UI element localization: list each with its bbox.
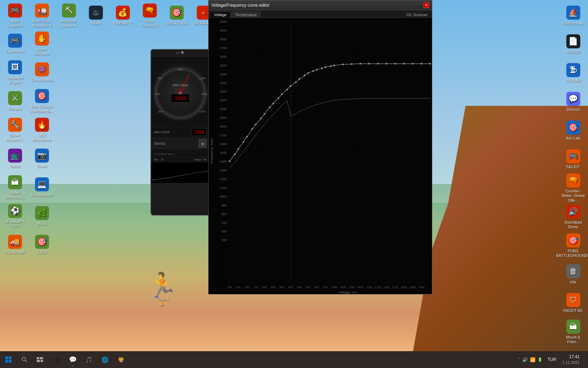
oc-scanner-button[interactable]: OC Scanner (404, 12, 430, 18)
svg-text:1100: 1100 (220, 186, 227, 190)
icon-soundpad[interactable]: 🔊 Soundpad Demo (560, 203, 586, 231)
svg-text:750: 750 (157, 77, 162, 80)
svg-text:900: 900 (297, 286, 302, 289)
tray-speaker[interactable]: 🔊 (522, 357, 528, 362)
svg-text:1800: 1800 (220, 125, 227, 128)
icon-330x192[interactable]: 📄 330x192 (560, 30, 586, 59)
svg-text:500: 500 (222, 238, 227, 242)
gang-beasts-icon: 👾 (35, 62, 49, 76)
icon-pubg[interactable]: 🎯 PUBG BATTLEGROUNDS (560, 232, 586, 260)
right-icons-col: ⛵ Blazing Sails 📄 330x192 🗜 WinRAR 💬 Dis… (560, 2, 586, 346)
svg-rect-170 (41, 360, 43, 362)
tom-clancy-icon: 🎯 (35, 89, 49, 103)
icon-tf2[interactable]: 🔫 Team Fortress 2 (136, 2, 163, 30)
svg-text:1400: 1400 (220, 160, 227, 163)
svg-rect-136 (278, 97, 279, 99)
icon-faceit-ac[interactable]: 🛡 FACEIT AC (560, 289, 586, 317)
start-button[interactable] (0, 351, 17, 368)
icon-apex[interactable]: 🎮 Apex Legends (2, 2, 28, 30)
icon-esea2[interactable]: 🎯 ESEA (29, 231, 55, 259)
driver-booster-icon: 🔧 (8, 118, 22, 132)
svg-text:1200: 1200 (220, 177, 227, 181)
tab-voltage[interactable]: Voltage (210, 12, 231, 18)
icon-msi-afterburner[interactable]: 🔥 MSI Afterburner (29, 116, 55, 144)
icon-efootball[interactable]: ⚽ eFootball™ 2022 (2, 202, 28, 230)
terraria-icon: ⚔ (8, 91, 22, 105)
icon-steam[interactable]: ♨ Steam (83, 2, 109, 30)
icon-wallpaper-engine[interactable]: 🖼 Wallpaper Engine (2, 59, 28, 87)
icon-driver-booster[interactable]: 🔧 Driver Booster f... (2, 116, 28, 144)
tray-battery[interactable]: 🔋 (538, 357, 542, 362)
taskbar-brave[interactable]: 🦁 (113, 352, 129, 367)
icon-minecraft[interactable]: ⛏ Minecraft Launcher (56, 2, 82, 30)
svg-text:1700: 1700 (220, 134, 227, 137)
taskbar-chrome[interactable]: 🌐 (97, 352, 113, 367)
show-desktop-button[interactable] (584, 353, 585, 367)
icon-esea[interactable]: 🎯 ESEA Client (163, 2, 190, 30)
tab-temperature[interactable]: Temperature (231, 12, 261, 18)
svg-rect-169 (37, 360, 40, 362)
tray-chevron[interactable]: ˄ (518, 357, 520, 362)
taskbar-steam[interactable]: ♨ (49, 352, 64, 367)
svg-text:800: 800 (222, 212, 227, 216)
svg-rect-159 (421, 63, 422, 64)
taskbar-language[interactable]: TUR (545, 357, 558, 362)
icon-gang-beasts[interactable]: 👾 Gang Beasts (29, 59, 55, 87)
icon-faceit[interactable]: 🎮 FACEIT (560, 145, 586, 173)
svg-text:2800: 2800 (220, 38, 227, 41)
icon-muck[interactable]: 🌿 Muck (29, 202, 55, 230)
steam-icon: ♨ (89, 6, 103, 20)
icon-payday2[interactable]: 💰 PAYDAY 2 (110, 2, 136, 30)
svg-rect-147 (325, 67, 326, 68)
svg-text:2200: 2200 (220, 90, 227, 93)
svg-text:▲ Base: ▲ Base (175, 88, 184, 91)
taskbar-discord[interactable]: 💬 (65, 352, 80, 367)
svg-rect-134 (269, 107, 270, 108)
icon-mountain-friends[interactable]: 🏔 Mount & Frien... (560, 318, 586, 346)
icon-cop[interactable]: 🗑 çöp (560, 260, 586, 288)
icon-discord[interactable]: 💬 Discord (560, 88, 586, 116)
icon-tlauncher[interactable]: 🎮 TLauncher (2, 30, 28, 58)
taskbar-task-view[interactable] (32, 352, 48, 367)
icon-hand-sim[interactable]: ✋ Hand Simulator (29, 30, 55, 58)
svg-text:Frequency, MHz: Frequency, MHz (210, 138, 214, 163)
svg-point-165 (22, 357, 26, 361)
icon-aim-lab[interactable]: 🎯 Aim Lab (560, 117, 586, 145)
svg-text:1500: 1500 (201, 93, 207, 96)
taskbar-spotify[interactable]: 🎵 (81, 352, 97, 367)
svg-text:2300: 2300 (220, 81, 227, 85)
330x192-icon: 📄 (566, 34, 580, 48)
icon-tom-clancy[interactable]: 🎯 Tom Clancy's Rainbow Si... (29, 87, 55, 115)
svg-text:825: 825 (271, 286, 276, 289)
icon-winrar[interactable]: 🗜 WinRAR (560, 59, 586, 87)
svg-text:1830: 1830 (174, 95, 186, 101)
vf-title: Voltage/Frequency curve editor (211, 3, 270, 8)
svg-text:1075: 1075 (357, 286, 364, 289)
taskbar-clock[interactable]: 17:41 1.11.2021 (560, 354, 582, 365)
icon-euro-truck[interactable]: 🚛 Euro Truck Simulator 2 (29, 2, 55, 30)
svg-text:950: 950 (314, 286, 319, 289)
faceit-ac-icon: 🛡 (566, 293, 580, 307)
taskbar-search[interactable] (17, 352, 32, 367)
icon-truckers-mp[interactable]: 🚚 TruckersMP (2, 231, 28, 259)
svg-rect-129 (246, 136, 248, 137)
svg-text:1000: 1000 (220, 195, 227, 198)
svg-rect-158 (412, 63, 413, 64)
svg-rect-128 (243, 141, 244, 143)
svg-rect-141 (299, 79, 300, 80)
svg-text:1225: 1225 (410, 286, 416, 289)
svg-rect-151 (351, 63, 352, 65)
icon-blazing-sails[interactable]: ⛵ Blazing Sails (560, 2, 586, 30)
icon-valley-bench[interactable]: 🏔 Valley Benchmar... (2, 173, 28, 202)
icon-bu-bilgisayer[interactable]: 💻 Bu bilgisayer (29, 173, 55, 202)
icon-zoom[interactable]: 📷 Zoom (29, 145, 55, 173)
tray-network[interactable]: 📶 (530, 357, 536, 362)
icon-cs-go[interactable]: 🔫 Counter-Strike: Global Offe... (560, 174, 586, 202)
icon-twitch[interactable]: 📺 Twitch (2, 145, 28, 173)
vf-chart-svg: 3000 2900 2800 2700 2600 2500 2400 2300 … (209, 18, 432, 294)
top-icons-row: 🎮 Apex Legends 🚛 Euro Truck Simulator 2 … (2, 2, 217, 30)
icon-terraria[interactable]: ⚔ Terraria (2, 87, 28, 115)
mountain-friends-icon: 🏔 (566, 320, 580, 334)
vf-close-button[interactable]: ✕ (424, 2, 429, 8)
svg-text:2400: 2400 (220, 73, 227, 76)
